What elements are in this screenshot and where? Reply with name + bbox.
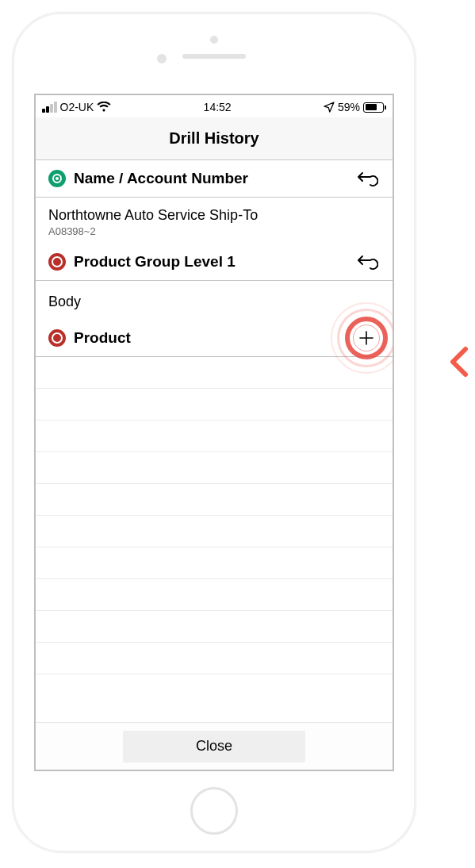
empty-list xyxy=(36,357,393,674)
location-icon xyxy=(324,102,335,113)
bottom-bar: Close xyxy=(36,722,393,770)
battery-percent: 59% xyxy=(338,101,360,113)
carrier-label: O2-UK xyxy=(60,101,94,113)
status-time: 14:52 xyxy=(204,101,232,113)
empty-row xyxy=(36,452,393,484)
phone-mockup: O2-UK 14:52 59% xyxy=(12,12,416,853)
empty-row xyxy=(36,516,393,547)
empty-row xyxy=(36,547,393,579)
drill-level-group-label: Product Group Level 1 xyxy=(74,253,380,271)
group-value: Body xyxy=(48,294,81,309)
home-button[interactable] xyxy=(190,787,238,835)
camera-dot xyxy=(210,36,218,44)
undo-icon[interactable] xyxy=(356,253,378,271)
close-button[interactable]: Close xyxy=(123,731,305,762)
add-button[interactable] xyxy=(354,326,378,350)
empty-row xyxy=(36,484,393,516)
empty-row xyxy=(36,421,393,452)
radio-selected-icon xyxy=(48,170,66,187)
account-name: Northtowne Auto Service Ship-To xyxy=(48,207,380,224)
phone-top-hardware xyxy=(14,14,414,87)
page-title: Drill History xyxy=(169,129,259,148)
drill-level-product[interactable]: Product xyxy=(36,320,393,357)
radio-icon xyxy=(48,329,66,347)
battery-icon xyxy=(363,102,386,113)
plus-icon xyxy=(358,330,374,346)
radio-icon xyxy=(48,253,66,271)
callout-arrow-icon xyxy=(448,346,469,378)
nav-bar: Drill History xyxy=(36,117,393,160)
account-code: A08398~2 xyxy=(48,225,380,237)
empty-row xyxy=(36,389,393,421)
drill-level-product-group[interactable]: Product Group Level 1 xyxy=(36,244,393,281)
empty-row xyxy=(36,357,393,389)
empty-row xyxy=(36,643,393,674)
undo-icon[interactable] xyxy=(356,170,378,187)
drill-level-account-label: Name / Account Number xyxy=(74,170,380,187)
screen: O2-UK 14:52 59% xyxy=(34,94,394,771)
speaker-grill xyxy=(182,54,246,59)
wifi-icon xyxy=(97,102,111,113)
proximity-sensor xyxy=(157,54,167,63)
group-value-row: Body xyxy=(36,281,393,320)
cell-signal-icon xyxy=(42,102,57,113)
drill-level-product-label: Product xyxy=(74,329,380,347)
close-button-label: Close xyxy=(196,738,232,755)
account-info: Northtowne Auto Service Ship-To A08398~2 xyxy=(36,198,393,244)
drill-level-account[interactable]: Name / Account Number xyxy=(36,160,393,198)
status-bar: O2-UK 14:52 59% xyxy=(36,95,393,117)
empty-row xyxy=(36,611,393,643)
empty-row xyxy=(36,579,393,611)
